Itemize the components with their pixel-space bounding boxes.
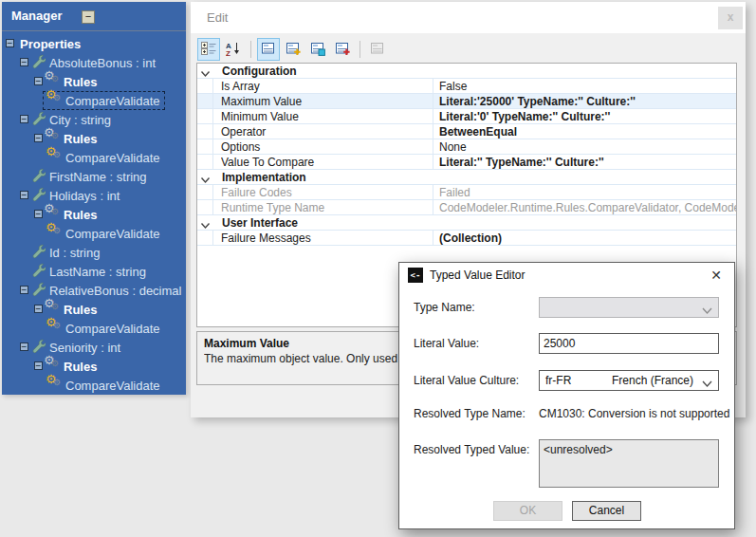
category-label: Implementation <box>222 171 306 184</box>
culture-code: fr-FR <box>545 374 571 387</box>
tree-item[interactable]: −⚙⚙Rules <box>2 300 186 319</box>
property-grid-row[interactable]: Operator BetweenEqual <box>197 124 736 139</box>
tree-item[interactable]: −AbsoluteBonus : int <box>2 53 186 72</box>
manager-tree-panel: Manager − −Properties−AbsoluteBonus : in… <box>2 2 186 395</box>
property-pages-button[interactable] <box>366 38 389 61</box>
add-rule-button[interactable] <box>331 38 354 61</box>
tree-item[interactable]: ⚙⚙CompareValidate <box>2 91 186 110</box>
property-page-add-icon <box>286 41 301 59</box>
close-edit-panel-button[interactable]: x <box>718 7 743 29</box>
category-label: Configuration <box>222 65 297 78</box>
gold-gears-icon: ⚙⚙ <box>47 149 62 167</box>
toolbar-separator <box>250 41 251 58</box>
property-value[interactable]: Failed <box>433 185 736 200</box>
tree-item[interactable]: −⚙⚙Rules <box>2 72 186 91</box>
property-grid-row[interactable]: Options None <box>197 139 736 155</box>
alphabetical-sort-button[interactable]: AZ <box>222 38 245 61</box>
gold-gears-icon: ⚙⚙ <box>47 377 62 395</box>
property-grid-category-row[interactable]: Implementation <box>197 170 736 185</box>
property-grid-category-row[interactable]: Configuration <box>197 64 736 79</box>
description-property-name: Maximum Value <box>204 337 289 350</box>
category-label: User Interface <box>222 216 298 230</box>
property-grid-row[interactable]: Maximum Value Literal:'25000' TypeName:'… <box>197 94 736 109</box>
row-gutter <box>197 231 213 245</box>
property-grid-row[interactable]: Failure Messages (Collection) <box>197 231 736 246</box>
close-dialog-button[interactable]: ✕ <box>708 267 725 284</box>
literal-value-input[interactable] <box>539 333 719 354</box>
property-value[interactable]: Literal:'0' TypeName:'' Culture:'' <box>433 109 736 124</box>
row-gutter <box>197 200 213 214</box>
row-gutter <box>197 155 213 169</box>
cancel-button[interactable]: Cancel <box>572 501 641 521</box>
property-grid-category-row[interactable]: User Interface <box>197 215 736 231</box>
collapse-panel-icon[interactable]: − <box>82 10 95 24</box>
tree-item-label: Rules <box>64 208 97 222</box>
edit-panel-header: Edit x <box>191 2 746 33</box>
property-name: Failure Codes <box>221 186 428 199</box>
close-icon: x <box>728 10 734 24</box>
tree-item-label: RelativeBonus : decimal <box>49 284 181 298</box>
property-grid-row[interactable]: Is Array False <box>197 79 736 94</box>
property-name: Failure Messages <box>221 231 428 245</box>
typed-value-editor-dialog: <- Typed Value Editor ✕ Type Name: Liter… <box>398 262 735 529</box>
application-window: Manager − −Properties−AbsoluteBonus : in… <box>0 0 756 537</box>
tree-item[interactable]: −Holidays : int <box>2 186 186 205</box>
tree-item[interactable]: Id : string <box>2 243 186 262</box>
edit-panel-title: Edit <box>207 10 228 25</box>
ok-button[interactable]: OK <box>493 501 562 521</box>
property-value[interactable]: Literal:'25000' TypeName:'' Culture:'' <box>433 94 736 109</box>
tree-item[interactable]: −City : string <box>2 110 186 129</box>
property-value[interactable]: (Collection) <box>433 231 736 246</box>
property-name: Options <box>221 140 428 154</box>
tree-item[interactable]: ⚙⚙CompareValidate <box>2 148 186 167</box>
resolved-typed-value-box[interactable]: <unresolved> <box>539 439 719 488</box>
tree-item-label: FirstName : string <box>49 170 147 184</box>
tree-item[interactable]: ⚙⚙CompareValidate <box>2 224 186 243</box>
property-value[interactable]: BetweenEqual <box>433 124 736 139</box>
tree-item-label: Rules <box>64 303 97 317</box>
gold-gears-icon: ⚙⚙ <box>47 225 62 243</box>
resolved-typed-value-label: Resolved Typed Value: <box>414 443 529 456</box>
tree-item-label: CompareValidate <box>65 322 159 336</box>
tree-item[interactable]: −⚙⚙Rules <box>2 205 186 224</box>
property-value[interactable]: Literal:'' TypeName:'' Culture:'' <box>433 155 736 170</box>
property-grid-row[interactable]: Value To Compare Literal:'' TypeName:'' … <box>197 155 736 170</box>
tree-item-label: AbsoluteBonus : int <box>49 56 156 70</box>
tree-item[interactable]: LastName : string <box>2 262 186 281</box>
tree-item[interactable]: −⚙⚙Rules <box>2 357 186 376</box>
type-name-select[interactable] <box>539 297 719 318</box>
copy-property-button[interactable] <box>306 38 329 61</box>
tree-item[interactable]: −Seniority : int <box>2 338 186 357</box>
categorized-icon <box>201 41 216 59</box>
gold-gears-icon: ⚙⚙ <box>47 320 62 338</box>
tree-item[interactable]: ⚙⚙CompareValidate <box>2 376 186 395</box>
type-name-label: Type Name: <box>414 301 475 314</box>
manager-panel-title: Manager <box>11 9 62 23</box>
tree-item-label: Properties <box>20 37 81 51</box>
property-grid-row[interactable]: Runtime Type Name CodeModeler.Runtime.Ru… <box>197 200 736 215</box>
literal-value-culture-select[interactable]: fr-FR French (France) <box>539 370 719 391</box>
row-gutter <box>197 124 213 139</box>
property-value[interactable]: False <box>433 79 736 94</box>
property-grid-toolbar: AZ <box>196 38 390 61</box>
gold-gears-icon: ⚙⚙ <box>47 92 62 110</box>
property-value[interactable]: CodeModeler.Runtime.Rules.CompareValidat… <box>433 200 736 215</box>
show-properties-button[interactable] <box>257 38 280 61</box>
tree-item-label: LastName : string <box>49 265 146 279</box>
tree-item[interactable]: FirstName : string <box>2 167 186 186</box>
tree-item[interactable]: ⚙⚙CompareValidate <box>2 319 186 338</box>
categorized-view-button[interactable] <box>197 38 220 61</box>
tree-item[interactable]: −Properties <box>2 34 186 53</box>
property-page-copy-icon <box>310 41 325 59</box>
dialog-titlebar[interactable]: <- Typed Value Editor ✕ <box>399 263 734 287</box>
property-name: Runtime Type Name <box>221 201 428 214</box>
row-gutter <box>197 79 213 93</box>
tree-item[interactable]: −RelativeBonus : decimal <box>2 281 186 300</box>
property-name: Is Array <box>221 80 428 93</box>
tree-item-label: CompareValidate <box>65 151 159 165</box>
add-property-button[interactable] <box>282 38 304 61</box>
property-grid-row[interactable]: Failure Codes Failed <box>197 185 736 200</box>
property-value[interactable]: None <box>433 139 736 155</box>
property-grid-row[interactable]: Minimum Value Literal:'0' TypeName:'' Cu… <box>197 109 736 124</box>
tree-item[interactable]: −⚙⚙Rules <box>2 129 186 148</box>
